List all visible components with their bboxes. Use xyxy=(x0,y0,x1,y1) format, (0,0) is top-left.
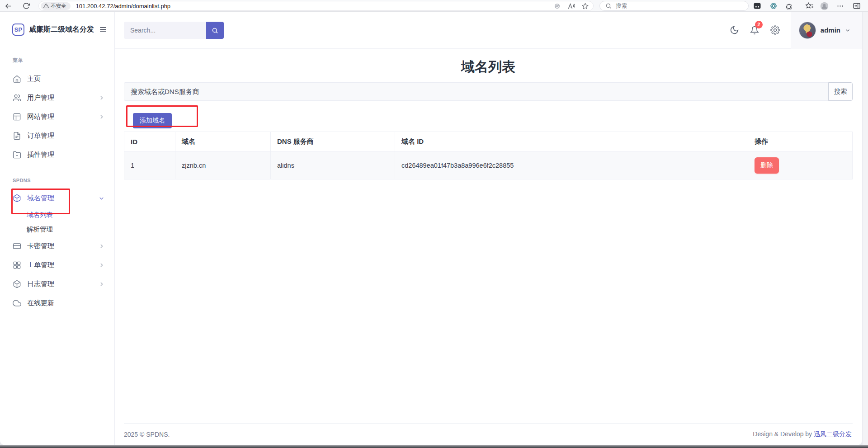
extension-dark-icon[interactable] xyxy=(753,0,761,12)
browser-menu-ellipsis-icon[interactable] xyxy=(836,0,844,12)
app-window: SP 威廉斯二级域名分发 菜单 主页 用户管理 xyxy=(0,12,862,445)
grid-icon xyxy=(13,261,21,269)
logo-title: 威廉斯二级域名分发 xyxy=(29,25,94,34)
avatar xyxy=(799,22,816,39)
warning-triangle-icon xyxy=(43,3,49,9)
table-row: 1 zjznb.cn alidns cd26489ea01f47b3a8a996… xyxy=(124,152,853,179)
chevron-right-icon xyxy=(99,114,104,120)
sidebar-panel-toggle-icon[interactable] xyxy=(853,0,861,12)
credit-card-icon xyxy=(13,242,21,250)
sidebar-item-plugins[interactable]: 插件管理 xyxy=(0,145,114,164)
domain-filter-group: 搜索 xyxy=(124,82,853,101)
domain-filter-input[interactable] xyxy=(124,82,828,101)
cell-domain-id: cd26489ea01f47b3a8a996e6f2c28855 xyxy=(395,152,748,179)
user-menu[interactable]: admin xyxy=(791,12,862,49)
cell-actions: 删除 xyxy=(748,152,853,179)
sidebar-item-tickets[interactable]: 工单管理 xyxy=(0,255,114,274)
credit-prefix: Design & Develop by xyxy=(753,430,812,438)
page-title: 域名列表 xyxy=(124,58,853,76)
chevron-down-icon xyxy=(99,195,104,201)
users-icon xyxy=(13,94,21,102)
domain-filter-search-button[interactable]: 搜索 xyxy=(828,82,853,101)
settings-button[interactable] xyxy=(765,12,785,49)
logo-badge: SP xyxy=(12,24,24,36)
sidebar-section-spdns: SPDNS xyxy=(0,164,114,189)
header-search-input[interactable] xyxy=(124,22,206,39)
browser-search-placeholder: 搜索 xyxy=(616,2,627,10)
chevron-right-icon xyxy=(99,95,104,101)
sidebar-item-websites[interactable]: 网站管理 xyxy=(0,107,114,126)
sidebar-item-label: 用户管理 xyxy=(27,94,54,102)
sidebar-subitem-label: 域名列表 xyxy=(27,211,53,219)
page-footer: 2025 © SPDNS. Design & Develop by 迅风二级分发 xyxy=(124,423,853,445)
sidebar-item-label: 日志管理 xyxy=(27,280,54,288)
home-icon xyxy=(13,75,21,83)
sidebar-item-domain-management[interactable]: 域名管理 xyxy=(0,189,114,207)
sidebar-subitem-domain-list[interactable]: 域名列表 xyxy=(0,207,114,222)
extension-spiral-icon[interactable] xyxy=(769,0,778,12)
sidebar-item-card-keys[interactable]: 卡密管理 xyxy=(0,236,114,255)
cell-id: 1 xyxy=(124,152,175,179)
read-aloud-icon[interactable] xyxy=(567,3,575,9)
sidebar-item-label: 订单管理 xyxy=(27,132,54,140)
sidebar-item-label: 网站管理 xyxy=(27,113,54,121)
notification-badge: 2 xyxy=(755,21,763,28)
sidebar-item-home[interactable]: 主页 xyxy=(0,69,114,88)
sidebar-item-label: 主页 xyxy=(27,75,41,83)
package-icon xyxy=(13,280,21,288)
header-search-button[interactable] xyxy=(206,22,224,39)
sidebar-logo[interactable]: SP 威廉斯二级域名分发 xyxy=(0,12,114,47)
url-text[interactable]: 101.200.42.72/admin/domainlist.php xyxy=(76,3,171,9)
cell-domain: zjznb.cn xyxy=(175,152,271,179)
app-header: 2 admin xyxy=(115,12,862,49)
sidebar-item-label: 插件管理 xyxy=(27,151,54,159)
window-bottom-edge xyxy=(0,445,868,448)
layout-icon xyxy=(13,113,21,121)
browser-refresh-button[interactable] xyxy=(23,0,30,12)
search-icon xyxy=(605,3,612,9)
browser-toolbar: 不安全 101.200.42.72/admin/domainlist.php 搜… xyxy=(0,0,868,12)
delete-button[interactable]: 删除 xyxy=(755,157,779,174)
address-bar[interactable]: 不安全 101.200.42.72/admin/domainlist.php xyxy=(38,1,594,11)
favorite-star-icon[interactable] xyxy=(582,3,589,9)
sidebar-subitem-resolve-management[interactable]: 解析管理 xyxy=(0,222,114,236)
gear-icon xyxy=(770,25,780,35)
table-header-row: ID 域名 DNS 服务商 域名 ID 操作 xyxy=(124,132,853,152)
translate-icon[interactable] xyxy=(554,3,561,9)
credit-link[interactable]: 迅风二级分发 xyxy=(814,430,852,438)
cloud-icon xyxy=(13,299,21,307)
hamburger-icon[interactable] xyxy=(99,26,107,33)
browser-back-button[interactable] xyxy=(5,0,12,12)
browser-profile-avatar[interactable] xyxy=(820,0,868,12)
column-header-actions: 操作 xyxy=(748,132,853,152)
sidebar-item-label: 卡密管理 xyxy=(27,242,54,250)
page-content: 域名列表 搜索 添加域名 ID 域名 DNS 服务商 域名 ID xyxy=(115,49,862,445)
column-header-domain: 域名 xyxy=(175,132,271,152)
browser-search-box[interactable]: 搜索 xyxy=(599,1,749,11)
collections-star-icon[interactable] xyxy=(805,0,814,12)
domain-table: ID 域名 DNS 服务商 域名 ID 操作 1 zjznb.cn alidns… xyxy=(124,132,853,179)
copyright-text: 2025 © SPDNS. xyxy=(124,431,170,438)
credit-text: Design & Develop by 迅风二级分发 xyxy=(753,430,852,439)
sidebar-item-logs[interactable]: 日志管理 xyxy=(0,274,114,293)
sidebar-subitem-label: 解析管理 xyxy=(27,225,53,234)
folder-icon xyxy=(13,151,21,159)
add-domain-button[interactable]: 添加域名 xyxy=(133,113,172,128)
theme-toggle-button[interactable] xyxy=(724,12,745,49)
extensions-puzzle-icon[interactable] xyxy=(786,0,793,12)
back-arrow-icon xyxy=(5,2,12,10)
security-chip[interactable]: 不安全 xyxy=(41,2,71,10)
browser-scrollbar-track[interactable] xyxy=(862,12,868,445)
toolbar-divider xyxy=(800,3,800,9)
cell-dns-provider: alidns xyxy=(271,152,395,179)
sidebar-item-users[interactable]: 用户管理 xyxy=(0,88,114,107)
sidebar-item-label: 在线更新 xyxy=(27,299,54,307)
sidebar: SP 威廉斯二级域名分发 菜单 主页 用户管理 xyxy=(0,12,115,445)
sidebar-item-online-update[interactable]: 在线更新 xyxy=(0,293,114,312)
chevron-right-icon xyxy=(99,281,104,287)
sidebar-item-orders[interactable]: 订单管理 xyxy=(0,126,114,145)
moon-icon xyxy=(730,25,739,35)
refresh-icon xyxy=(23,2,30,9)
notifications-button[interactable]: 2 xyxy=(745,12,765,49)
header-actions: 2 admin xyxy=(724,12,862,48)
